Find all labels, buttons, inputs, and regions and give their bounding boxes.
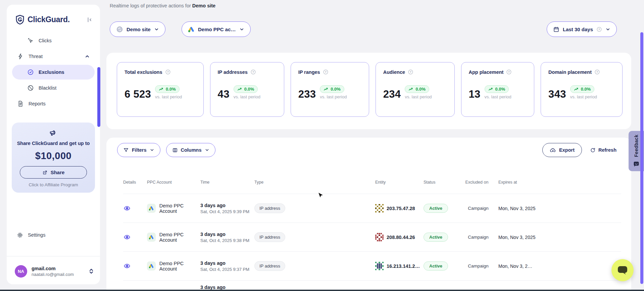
stat-value: 233 bbox=[298, 89, 316, 99]
sidebar-item-threat[interactable]: Threat bbox=[12, 49, 95, 64]
sidebar-item-clicks[interactable]: Clicks bbox=[12, 33, 95, 48]
ppc-account-name: Demo PPC Account bbox=[159, 203, 200, 214]
stat-title: IP addresses bbox=[218, 69, 248, 75]
svg-text:?: ? bbox=[252, 70, 254, 74]
type-badge: IP address bbox=[254, 261, 285, 271]
feedback-smiley-icon bbox=[633, 160, 640, 168]
account-switcher[interactable]: NA gmail.com naatali.ro@gmail.com bbox=[15, 262, 94, 281]
share-button-label: Share bbox=[51, 169, 65, 175]
time-relative: 3 days ago bbox=[200, 260, 254, 266]
trend-up-icon bbox=[159, 87, 164, 91]
help-icon[interactable]: ? bbox=[594, 69, 600, 75]
site-dropdown[interactable]: Demo site bbox=[110, 21, 165, 37]
badge-check-icon bbox=[27, 69, 34, 76]
page-subtitle-site: Demo site bbox=[192, 3, 215, 8]
view-details-eye-icon[interactable] bbox=[123, 234, 147, 241]
chat-bubble-icon bbox=[617, 265, 628, 275]
chevron-up-icon bbox=[85, 54, 90, 59]
entity-value: 203.75.47.28 bbox=[387, 206, 415, 211]
expires-at-value: Mon, Nov 3, 2025 bbox=[493, 235, 621, 240]
sidebar-item-label: Clicks bbox=[39, 38, 52, 43]
trend-up-icon bbox=[237, 87, 242, 91]
affiliate-promo-card[interactable]: Share ClickGuard and get up to $10,000 S… bbox=[12, 123, 95, 193]
column-header-details: Details bbox=[123, 180, 147, 185]
stat-caption: vs. last period bbox=[234, 94, 260, 99]
sidebar-item-reports[interactable]: Reports bbox=[12, 96, 95, 111]
viewport-bottom-edge bbox=[0, 290, 644, 291]
stats-panel: Total exclusions? 6 523 0.0% vs. last pe… bbox=[106, 53, 631, 129]
refresh-button[interactable]: Refresh bbox=[590, 143, 616, 157]
trend-up-icon bbox=[574, 87, 579, 91]
table-toolbar: Filters Columns Export Refresh bbox=[106, 138, 631, 157]
site-dropdown-value: Demo site bbox=[127, 27, 151, 32]
sidebar-item-blacklist[interactable]: Blacklist bbox=[12, 81, 95, 95]
help-icon[interactable]: ? bbox=[408, 69, 413, 75]
no-entry-icon bbox=[27, 85, 34, 91]
settings-label: Settings bbox=[28, 232, 45, 238]
svg-text:?: ? bbox=[598, 28, 600, 31]
page-scrollbar-thumb[interactable] bbox=[640, 32, 643, 284]
svg-text:?: ? bbox=[508, 70, 510, 74]
date-range-dropdown[interactable]: Last 30 days ? bbox=[547, 21, 617, 37]
stat-title: Domain placement bbox=[548, 69, 592, 75]
share-button[interactable]: Share bbox=[20, 166, 87, 179]
columns-icon bbox=[172, 147, 178, 153]
sidebar-item-settings[interactable]: Settings bbox=[12, 228, 95, 242]
table-row[interactable]: Demo PPC Account 3 days ago Sat, Oct 4, … bbox=[123, 194, 621, 223]
sidebar-collapse-icon[interactable] bbox=[86, 16, 93, 23]
page-subtitle: Realtime logs of protective actions for … bbox=[110, 3, 215, 8]
excluded-on-value: Campaign bbox=[463, 263, 493, 269]
google-ads-icon bbox=[147, 261, 156, 271]
expires-at-value: Mon, Nov 3, 2025 bbox=[493, 206, 621, 211]
chevron-down-icon bbox=[150, 148, 154, 152]
exclusions-table-panel: Filters Columns Export Refresh Details P… bbox=[106, 138, 631, 291]
time-absolute: Sat, Oct 4, 2025 9:37 PM bbox=[200, 267, 254, 272]
promo-amount: $10,000 bbox=[16, 150, 91, 161]
help-icon[interactable]: ? bbox=[323, 69, 329, 75]
entity-identicon bbox=[375, 233, 384, 241]
sidebar-item-label: Reports bbox=[29, 101, 46, 106]
sidebar: ClickGuard. Clicks Threat Exclusio bbox=[7, 5, 100, 284]
column-header-status: Status bbox=[424, 180, 463, 185]
filters-button[interactable]: Filters bbox=[117, 143, 160, 157]
chat-widget-button[interactable] bbox=[611, 259, 634, 281]
view-details-eye-icon[interactable] bbox=[123, 262, 147, 270]
logo: ClickGuard. bbox=[7, 5, 100, 33]
stat-card-ip-addresses: IP addresses? 43 0.0% vs. last period bbox=[210, 62, 284, 117]
help-icon[interactable]: ? bbox=[250, 69, 256, 75]
svg-text:?: ? bbox=[167, 70, 169, 74]
sidebar-scrollbar-thumb[interactable] bbox=[97, 67, 100, 127]
funnel-icon bbox=[123, 147, 129, 153]
stat-value: 13 bbox=[469, 89, 481, 99]
status-badge: Active bbox=[424, 261, 448, 271]
view-details-eye-icon[interactable] bbox=[123, 205, 147, 212]
help-icon: ? bbox=[596, 27, 602, 32]
trend-up-icon bbox=[408, 87, 413, 91]
help-icon[interactable]: ? bbox=[506, 69, 512, 75]
megaphone-icon bbox=[16, 128, 91, 137]
entity-identicon bbox=[375, 262, 384, 270]
stat-change: 0.0% bbox=[581, 87, 591, 92]
date-range-value: Last 30 days bbox=[563, 27, 593, 32]
document-icon bbox=[17, 100, 24, 107]
help-icon[interactable]: ? bbox=[165, 69, 171, 75]
sidebar-item-exclusions[interactable]: Exclusions bbox=[12, 65, 95, 80]
column-header-ppc-account: PPC Account bbox=[147, 180, 200, 185]
stat-value: 43 bbox=[218, 89, 230, 99]
columns-button[interactable]: Columns bbox=[166, 143, 215, 157]
select-chevrons-icon bbox=[89, 268, 94, 275]
column-header-time: Time bbox=[200, 180, 254, 185]
sidebar-item-label: Blacklist bbox=[39, 85, 56, 91]
app-title: ClickGuard. bbox=[28, 15, 86, 24]
stat-title: Audience bbox=[383, 69, 405, 75]
stat-caption: vs. last period bbox=[570, 94, 597, 99]
export-button-label: Export bbox=[559, 147, 575, 153]
stat-title: Total exclusions bbox=[125, 69, 162, 75]
ppc-account-dropdown[interactable]: Demo PPC ac… bbox=[182, 21, 251, 37]
divider bbox=[7, 256, 100, 256]
table-row[interactable]: Demo PPC Account 3 days ago Sat, Oct 4, … bbox=[123, 223, 621, 252]
export-button[interactable]: Export bbox=[542, 143, 582, 157]
sidebar-item-label: Exclusions bbox=[39, 69, 64, 75]
time-relative: 3 days ago bbox=[200, 285, 254, 290]
table-row[interactable]: Demo PPC Account 3 days ago Sat, Oct 4, … bbox=[123, 252, 621, 281]
